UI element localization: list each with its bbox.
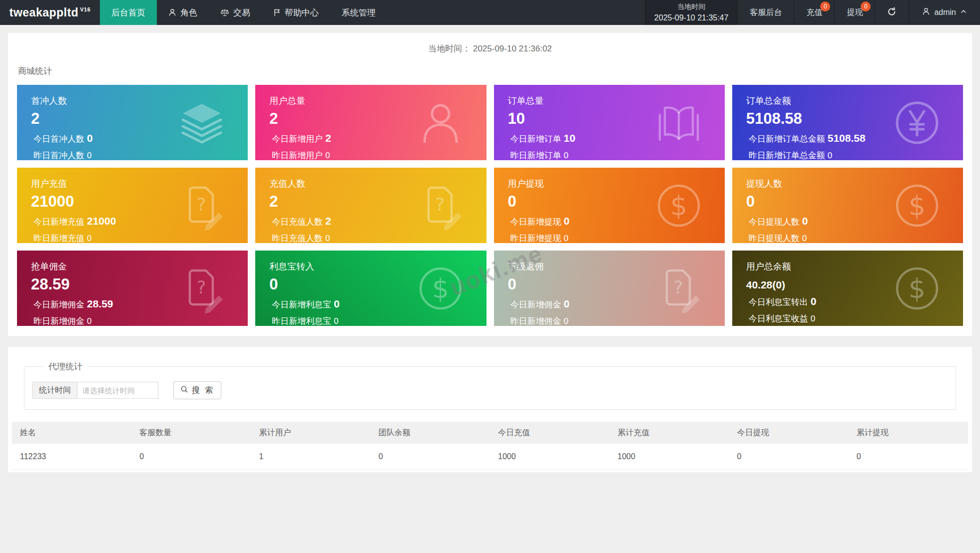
app-logo-text: tweakappltd [9,6,78,19]
agent-table-header-cell: 今日充值 [490,422,609,444]
stat-card-today-value: 0 [802,215,808,227]
stat-card-today-label: 今日利息宝转出 [749,297,808,307]
shop-stats-panel: 当地时间： 2025-09-10 21:36:02 商城统计 首冲人数 2 今日… [8,33,972,336]
stat-card-yesterday-label: 昨日新增订单 [510,151,561,160]
stat-card: 用户总量 2 今日新增用户2 昨日新增用户0 [255,85,486,160]
stats-cards-grid: 首冲人数 2 今日首冲人数0 昨日首冲人数0 用户总量 2 今日新增用户2 昨日… [17,85,963,326]
navbar-spacer [387,0,645,25]
stat-card-yesterday-line: 昨日新增利息宝0 [269,315,486,326]
withdraw-label: 提现 [847,7,863,18]
stat-time-input-group: 统计时间 [32,382,158,399]
stat-card-today-label: 今日新增利息宝 [272,300,331,309]
stat-card-yesterday-value: 0 [828,151,832,160]
stat-card-yesterday-value: 0 [334,316,338,326]
doc-icon: ? [177,181,227,231]
doc-icon: ? [416,181,466,231]
panel-time-label: 当地时间： [428,44,471,53]
stat-card: 订单总量 10 今日新增订单10 昨日新增订单0 [494,85,725,160]
table-cell: 0 [131,444,251,470]
agent-stats-title: 代理统计 [43,361,87,372]
recharge-label: 充值 [806,7,822,18]
dollar-icon: $ [892,181,942,231]
menu-item-label: 角色 [180,7,197,18]
svg-text:$: $ [909,190,926,222]
stat-card: 用户总余额 40.28(0) 今日利息宝转出0 今日利息宝收益0 $ [732,251,963,326]
stat-card-yesterday-value: 0 [802,234,807,243]
stat-time-input[interactable] [77,382,158,399]
stat-card-today-value: 28.59 [87,298,113,309]
refresh-button[interactable] [875,0,909,25]
admin-username: admin [934,8,956,17]
app-logo-version: V16 [80,7,90,12]
stat-card: 提现人数 0 今日提现人数0 昨日提现人数0 $ [732,168,963,243]
menu-item-label: 交易 [233,7,250,18]
agent-search-row: 统计时间 搜 索 [32,381,948,399]
stat-card: 订单总金额 5108.58 今日新增订单总金额5108.58 昨日新增订单总金额… [732,85,963,160]
menu-item-help[interactable]: 帮助中心 [262,0,330,25]
admin-user-menu[interactable]: admin [909,0,980,25]
main-menu: 后台首页 角色 交易 帮助中心 系统管理 [100,0,387,25]
stat-card-yesterday-value: 0 [325,151,330,160]
stat-card-yesterday-line: 昨日新增充值0 [31,233,248,243]
agent-table-header-cell: 团队余额 [371,422,490,444]
svg-text:$: $ [670,190,687,222]
stat-card: 利息宝转入 0 今日新增利息宝0 昨日新增利息宝0 $ [255,251,486,326]
table-cell: 1000 [490,444,609,470]
stat-card-yesterday-label: 昨日提现人数 [749,234,800,243]
stat-card-yesterday-line: 昨日提现人数0 [746,233,963,243]
stat-card: 用户提现 0 今日新增提现0 昨日新增提现0 $ [494,168,725,243]
stat-card-yesterday-label: 昨日新增用户 [272,151,323,160]
agent-stats-fieldset: 代理统计 统计时间 搜 索 [24,361,956,410]
layers-icon [177,98,227,148]
stat-card-today-label: 今日首冲人数 [33,134,84,144]
stat-card-yesterday-label: 昨日充值人数 [272,234,323,243]
person-icon [922,7,930,17]
stat-card-yesterday-value: 0 [564,234,568,243]
scales-icon [220,8,229,16]
person-icon [168,8,176,16]
stat-card-today-value: 5108.58 [828,132,866,144]
panel-time-row: 当地时间： 2025-09-10 21:36:02 [17,33,963,57]
agent-table-header-cell: 累计充值 [609,422,729,444]
flag-icon [273,8,281,16]
svg-text:?: ? [197,194,206,215]
menu-item-label: 帮助中心 [285,7,319,18]
menu-item-roles[interactable]: 角色 [157,0,209,25]
app-logo[interactable]: tweakappltd V16 [0,0,100,25]
stat-card-today-label: 今日充值人数 [272,217,323,227]
stat-card-yesterday-line: 昨日新增佣金0 [508,315,725,326]
stat-card-yesterday-line: 昨日充值人数0 [269,233,486,243]
stat-card-today-value: 0 [811,295,817,307]
table-row: 1122330101000100000 [12,444,968,470]
stat-card-today-value: 0 [334,298,340,309]
book-icon [654,98,704,148]
stat-card-yesterday-value: 0 [87,316,91,326]
agent-table-header-cell: 客服数量 [131,422,251,444]
stat-card-yesterday-value: 0 [564,316,568,326]
stat-card-today-label: 今日新增订单 [510,134,561,144]
user-icon [416,98,466,148]
menu-item-label: 系统管理 [342,7,376,18]
agent-table-header-cell: 今日提现 [729,422,849,444]
agent-table-body: 1122330101000100000 [12,444,968,470]
service-backend-button[interactable]: 客服后台 [738,0,794,25]
search-button[interactable]: 搜 索 [173,381,221,399]
stat-card-today-value: 0 [564,215,570,227]
top-navbar: tweakappltd V16 后台首页 角色 交易 [0,0,980,25]
svg-text:?: ? [197,277,206,297]
stat-card-today-value: 0 [87,132,93,144]
menu-item-trade[interactable]: 交易 [209,0,262,25]
stat-card-today-label: 今日新增用户 [272,134,323,144]
menu-item-system[interactable]: 系统管理 [330,0,387,25]
stat-card-yesterday-label: 昨日新增佣金 [510,316,561,326]
withdraw-button[interactable]: 提现 0 [835,0,875,25]
stat-card-yesterday-line: 今日利息宝收益0 [746,313,963,324]
recharge-badge: 0 [820,1,830,11]
stat-card-today-label: 今日提现人数 [749,217,800,227]
recharge-button[interactable]: 充值 0 [794,0,835,25]
menu-item-dashboard[interactable]: 后台首页 [100,0,157,25]
table-cell: 1000 [609,444,729,470]
local-time-value: 2025-09-10 21:35:47 [654,12,729,23]
dollar-icon: $ [892,264,942,313]
doc-icon: ? [654,264,704,313]
